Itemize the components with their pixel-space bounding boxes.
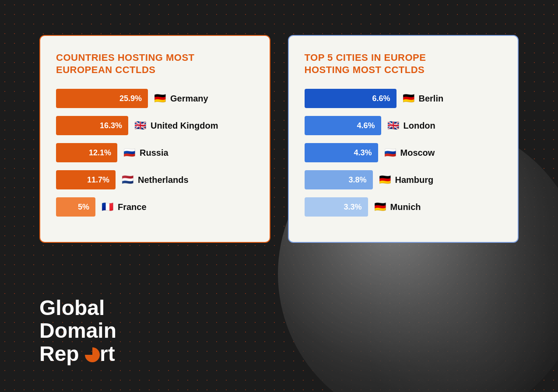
bar-pct: 4.6% (357, 121, 375, 130)
country-russia: 🇷🇺 Russia (123, 147, 168, 158)
cards-container: COUNTRIES HOSTING MOSTEUROPEAN CCTLDS 25… (39, 35, 519, 243)
bar-pct: 4.3% (354, 148, 372, 158)
logo-line2: Domain (39, 319, 116, 342)
logo-o-icon (85, 347, 100, 362)
right-card-title: TOP 5 CITIES IN EUROPEHOSTING MOST CCTLD… (305, 52, 502, 76)
bar-row: 3.3% 🇩🇪 Munich (305, 197, 502, 217)
city-name: Berlin (419, 94, 444, 104)
bar-pct: 6.6% (372, 94, 390, 103)
city-moscow: 🇷🇺 Moscow (384, 147, 435, 158)
flag-germany-munich: 🇩🇪 (374, 201, 386, 213)
flag-germany-berlin: 🇩🇪 (403, 93, 414, 104)
bar-pct: 25.9% (119, 94, 142, 103)
bar-pct: 12.1% (89, 148, 111, 158)
city-name: Hamburg (395, 175, 434, 185)
flag-france: 🇫🇷 (102, 201, 113, 213)
bar-pct: 3.8% (348, 175, 366, 185)
city-hamburg: 🇩🇪 Hamburg (379, 174, 434, 186)
country-name: Russia (140, 148, 168, 158)
bar-pct: 3.3% (344, 203, 361, 212)
bar-berlin: 6.6% (305, 89, 397, 108)
flag-russia: 🇷🇺 (123, 147, 135, 158)
flag-uk-london: 🇬🇧 (387, 120, 399, 131)
city-name: London (404, 121, 435, 131)
left-card: COUNTRIES HOSTING MOSTEUROPEAN CCTLDS 25… (39, 35, 270, 243)
city-name: Munich (390, 202, 421, 212)
bar-row: 11.7% 🇳🇱 Netherlands (56, 170, 254, 189)
city-munich: 🇩🇪 Munich (374, 201, 421, 213)
city-london: 🇬🇧 London (387, 120, 435, 131)
bar-row: 25.9% 🇩🇪 Germany (56, 89, 254, 108)
country-name: France (118, 202, 147, 212)
bar-row: 4.3% 🇷🇺 Moscow (305, 143, 502, 162)
logo-line3: Rep rt (39, 342, 115, 365)
bar-row: 12.1% 🇷🇺 Russia (56, 143, 254, 162)
logo-text: Global Domain Rep rt (39, 297, 116, 366)
bar-munich: 3.3% (305, 197, 368, 217)
country-uk: 🇬🇧 United Kingdom (134, 120, 218, 131)
flag-germany: 🇩🇪 (154, 93, 166, 104)
bar-uk: 16.3% (56, 116, 128, 135)
flag-uk: 🇬🇧 (134, 120, 146, 131)
bar-germany: 25.9% (56, 89, 148, 108)
bar-pct: 11.7% (87, 175, 109, 185)
flag-germany-hamburg: 🇩🇪 (379, 174, 391, 186)
flag-netherlands: 🇳🇱 (122, 174, 133, 186)
country-name: United Kingdom (151, 121, 218, 131)
logo-line1: Global (39, 296, 105, 319)
bar-pct: 16.3% (100, 121, 122, 130)
logo: Global Domain Rep rt (39, 297, 116, 366)
country-france: 🇫🇷 France (102, 201, 147, 213)
bar-russia: 12.1% (56, 143, 117, 162)
bar-row: 5% 🇫🇷 France (56, 197, 254, 217)
country-name: Germany (170, 94, 208, 104)
bar-france: 5% (56, 197, 95, 217)
bar-row: 6.6% 🇩🇪 Berlin (305, 89, 502, 108)
country-name: Netherlands (138, 175, 189, 185)
bar-london: 4.6% (305, 116, 381, 135)
bar-hamburg: 3.8% (305, 170, 373, 189)
right-card: TOP 5 CITIES IN EUROPEHOSTING MOST CCTLD… (288, 35, 519, 243)
bar-row: 3.8% 🇩🇪 Hamburg (305, 170, 502, 189)
bar-netherlands: 11.7% (56, 170, 116, 189)
city-berlin: 🇩🇪 Berlin (403, 93, 444, 104)
bar-row: 16.3% 🇬🇧 United Kingdom (56, 116, 254, 135)
bar-row: 4.6% 🇬🇧 London (305, 116, 502, 135)
left-card-title: COUNTRIES HOSTING MOSTEUROPEAN CCTLDS (56, 52, 254, 76)
country-germany: 🇩🇪 Germany (154, 93, 208, 104)
flag-russia-moscow: 🇷🇺 (384, 147, 396, 158)
country-netherlands: 🇳🇱 Netherlands (122, 174, 189, 186)
city-name: Moscow (400, 148, 435, 158)
bar-moscow: 4.3% (305, 143, 378, 162)
bar-pct: 5% (78, 203, 89, 212)
